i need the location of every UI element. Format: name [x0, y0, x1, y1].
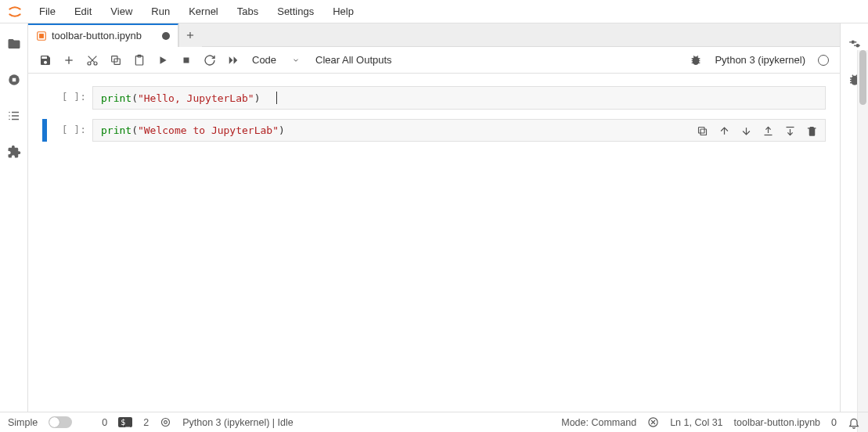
menu-help[interactable]: Help	[325, 2, 362, 20]
tab-bar: toolbar-button.ipynb	[28, 23, 840, 47]
notebook-area[interactable]: [ ]: print("Hello, JupyterLab") [ ]: pri…	[28, 74, 840, 412]
cell-type-select[interactable]: Code	[246, 54, 306, 66]
insert-below-icon[interactable]	[781, 122, 798, 139]
restart-button[interactable]	[199, 49, 221, 71]
terminal-badge-icon[interactable]: $_	[118, 417, 132, 427]
status-kernel[interactable]: Python 3 (ipykernel) | Idle	[182, 417, 294, 428]
duplicate-cell-icon[interactable]	[693, 122, 711, 139]
cut-button[interactable]	[81, 49, 103, 71]
notrusted-icon[interactable]	[647, 416, 659, 428]
tab-label: toolbar-button.ipynb	[52, 30, 142, 41]
toc-icon[interactable]	[6, 108, 22, 124]
svg-marker-22	[160, 56, 167, 63]
notebook-toolbar: Code Clear All Outputs Python 3 (ipykern…	[28, 47, 840, 74]
svg-rect-26	[701, 129, 707, 135]
new-tab-button[interactable]	[178, 23, 202, 47]
delete-cell-icon[interactable]	[803, 122, 820, 139]
restart-run-all-button[interactable]	[222, 49, 244, 71]
cell-input[interactable]: print("Hello, JupyterLab")	[92, 86, 826, 110]
notebook-tab[interactable]: toolbar-button.ipynb	[28, 23, 178, 47]
scrollbar[interactable]	[857, 50, 868, 432]
simple-mode-toggle[interactable]	[49, 416, 72, 428]
menu-view[interactable]: View	[103, 2, 140, 20]
paste-button[interactable]	[128, 49, 150, 71]
scrollbar-thumb[interactable]	[859, 50, 866, 105]
svg-rect-1	[12, 78, 16, 82]
lsp-status-icon[interactable]	[160, 416, 171, 428]
extensions-icon[interactable]	[6, 144, 22, 160]
simple-mode-label: Simple	[8, 417, 38, 428]
svg-rect-9	[39, 34, 44, 38]
cell-input[interactable]: print("Welcome to JupyterLab")	[92, 119, 826, 142]
svg-rect-27	[698, 127, 704, 133]
svg-rect-23	[184, 57, 189, 63]
menubar: File Edit View Run Kernel Tabs Settings …	[0, 0, 868, 23]
menu-tabs[interactable]: Tabs	[229, 2, 266, 20]
cell-prompt: [ ]:	[52, 119, 92, 142]
kernel-status-icon	[818, 55, 829, 66]
chevron-down-icon	[292, 56, 300, 64]
main-menu: File Edit View Run Kernel Tabs Settings …	[31, 2, 362, 20]
code-cell[interactable]: [ ]: print("Welcome to JupyterLab")	[42, 119, 826, 142]
run-button[interactable]	[152, 49, 174, 71]
copy-button[interactable]	[105, 49, 127, 71]
svg-point-35	[855, 44, 859, 48]
file-browser-icon[interactable]	[6, 36, 22, 52]
cell-prompt: [ ]:	[52, 86, 92, 110]
debug-icon[interactable]	[685, 49, 707, 71]
menu-settings[interactable]: Settings	[269, 2, 322, 20]
property-inspector-icon[interactable]	[847, 36, 863, 52]
svg-point-34	[851, 41, 855, 45]
cell-type-label: Code	[252, 54, 276, 66]
svg-marker-25	[234, 56, 238, 63]
status-error-count[interactable]: 0	[102, 417, 107, 428]
cell-active-bar	[42, 86, 47, 110]
text-cursor-icon	[276, 92, 277, 104]
move-cell-down-icon[interactable]	[737, 122, 755, 139]
save-button[interactable]	[34, 49, 56, 71]
bell-icon[interactable]	[848, 416, 860, 429]
interrupt-button[interactable]	[175, 49, 197, 71]
running-sessions-icon[interactable]	[6, 72, 22, 88]
status-cursor[interactable]: Ln 1, Col 31	[670, 417, 722, 428]
unsaved-dot-icon	[162, 32, 170, 40]
menu-run[interactable]: Run	[143, 2, 178, 20]
status-mode[interactable]: Mode: Command	[561, 417, 636, 428]
menu-file[interactable]: File	[31, 2, 63, 20]
menu-edit[interactable]: Edit	[67, 2, 99, 20]
status-terminal-count[interactable]: 2	[143, 417, 149, 428]
notebook-icon	[36, 31, 47, 41]
code-cell[interactable]: [ ]: print("Hello, JupyterLab")	[42, 86, 826, 110]
move-cell-up-icon[interactable]	[715, 122, 733, 139]
cell-toolbar	[693, 122, 820, 139]
jupyter-logo-icon	[6, 3, 23, 20]
kernel-name-button[interactable]: Python 3 (ipykernel)	[708, 54, 812, 66]
insert-cell-button[interactable]	[58, 49, 80, 71]
status-notif-count[interactable]: 0	[831, 417, 837, 428]
svg-point-36	[162, 419, 170, 427]
menu-kernel[interactable]: Kernel	[181, 2, 226, 20]
svg-point-37	[164, 421, 167, 424]
status-filename[interactable]: toolbar-button.ipynb	[734, 417, 821, 428]
main-content: toolbar-button.ipynb Code Clear All Outp…	[28, 23, 840, 412]
status-bar: Simple 0 $_ 2 Python 3 (ipykernel) | Idl…	[0, 412, 868, 432]
cell-active-bar	[42, 119, 47, 142]
svg-marker-24	[229, 56, 233, 63]
left-sidebar	[0, 23, 28, 412]
insert-above-icon[interactable]	[759, 122, 776, 139]
clear-all-outputs-button[interactable]: Clear All Outputs	[308, 54, 400, 66]
